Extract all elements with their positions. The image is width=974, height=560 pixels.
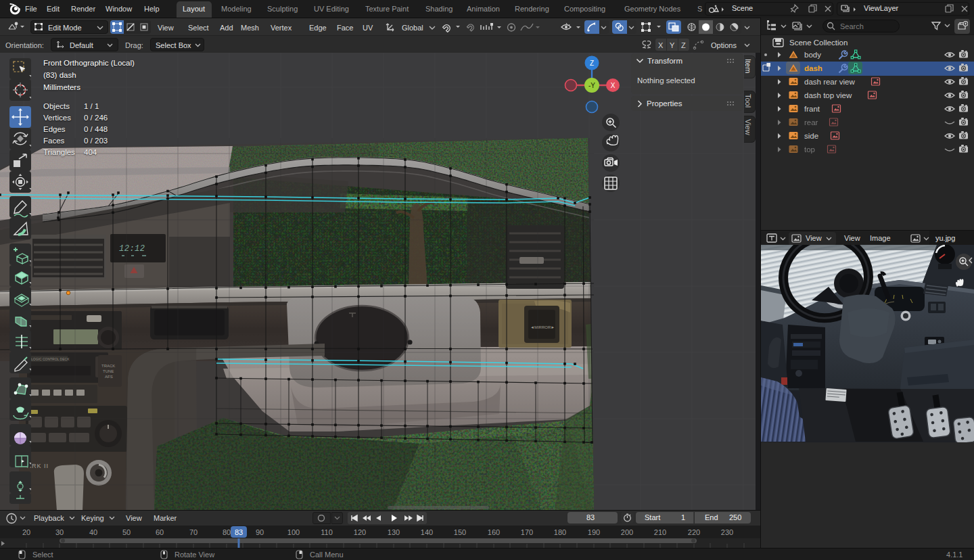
- svg-text:130: 130: [388, 528, 400, 536]
- svg-text:60: 60: [156, 528, 164, 536]
- svg-text:90: 90: [256, 528, 264, 536]
- svg-text:70: 70: [189, 528, 198, 536]
- svg-text:40: 40: [89, 528, 97, 536]
- svg-text:170: 170: [521, 528, 533, 536]
- svg-text:-Y: -Y: [588, 82, 595, 89]
- svg-text:X: X: [611, 82, 616, 89]
- svg-text:rear: rear: [804, 118, 818, 126]
- svg-text:dash top view: dash top view: [804, 91, 852, 99]
- svg-text:220: 220: [688, 528, 700, 536]
- svg-text:83: 83: [235, 528, 243, 536]
- svg-text:body: body: [804, 51, 821, 59]
- svg-text:dash rear view: dash rear view: [804, 78, 855, 86]
- svg-text:frant: frant: [804, 105, 820, 113]
- svg-text:top: top: [804, 145, 815, 154]
- svg-text:30: 30: [55, 528, 64, 536]
- svg-text:230: 230: [721, 528, 733, 536]
- svg-text:140: 140: [421, 528, 433, 536]
- svg-text:200: 200: [621, 528, 633, 536]
- svg-text:100: 100: [287, 528, 300, 536]
- svg-text:190: 190: [588, 528, 600, 536]
- svg-text:side: side: [804, 132, 818, 140]
- svg-text:150: 150: [454, 528, 466, 536]
- svg-text:210: 210: [654, 528, 666, 536]
- svg-text:160: 160: [488, 528, 500, 536]
- svg-text:Z: Z: [590, 60, 594, 67]
- svg-text:120: 120: [354, 528, 366, 536]
- svg-text:50: 50: [122, 528, 131, 536]
- svg-text:180: 180: [554, 528, 566, 536]
- svg-text:80: 80: [223, 528, 231, 536]
- svg-text:20: 20: [22, 528, 30, 536]
- svg-text:110: 110: [321, 528, 333, 536]
- svg-text:dash: dash: [804, 64, 822, 72]
